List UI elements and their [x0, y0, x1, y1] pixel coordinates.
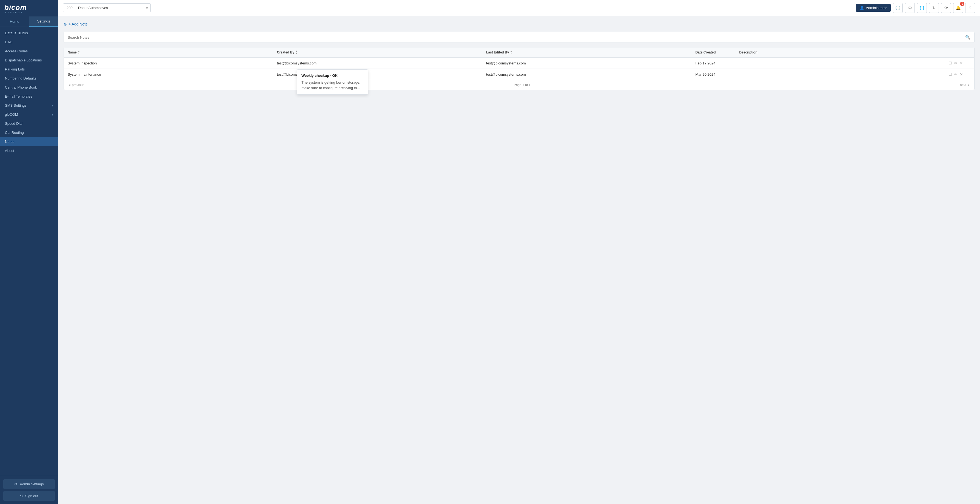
admin-settings-button[interactable]: ⚙ Admin Settings	[3, 479, 55, 489]
col-header-name[interactable]: Name ▲▼	[68, 50, 277, 54]
tenant-select[interactable]: 200 — Donut Automotives	[63, 3, 151, 12]
tooltip-body: The system is getting low on storage, ma…	[301, 80, 363, 91]
clock-button[interactable]: 🕐	[893, 3, 903, 13]
sidebar-item-about[interactable]: About	[0, 146, 58, 155]
table-row: System Inspection test@bicomsystems.com …	[64, 57, 974, 69]
sidebar-item-email-templates[interactable]: E-mail Templates	[0, 92, 58, 101]
clock-icon: 🕐	[895, 5, 900, 10]
row2-actions: ☐ ✏ ✕	[948, 72, 970, 77]
row1-name: System Inspection	[68, 61, 277, 65]
row1-last-edited: test@bicomsystems.com	[486, 61, 695, 65]
plus-icon: ⊕	[64, 22, 67, 26]
row2-name: System maintenance	[68, 72, 277, 77]
bell-icon: 🔔	[956, 5, 961, 10]
tooltip-title: Weekly checkup - OK	[301, 73, 363, 78]
col-header-description: Description	[740, 50, 949, 54]
pagination: ◄ previous Page 1 of 1 next ►	[64, 80, 974, 90]
sidebar-menu: Default Trunks UAD Access Codes Dispatch…	[0, 27, 58, 476]
globe-button[interactable]: 🌐	[917, 3, 927, 13]
sidebar: bicom SYSTEMS Home Settings Default Trun…	[0, 0, 58, 504]
row2-date-created: Mar 20 2024	[695, 72, 740, 77]
notes-table: Name ▲▼ Created By ▲▼ Last Edited By ▲▼ …	[64, 47, 975, 90]
table-header: Name ▲▼ Created By ▲▼ Last Edited By ▲▼ …	[64, 48, 974, 57]
sidebar-item-parking-lots[interactable]: Parking Lots	[0, 65, 58, 74]
sidebar-item-dispatchable-locations[interactable]: Dispatchable Locations	[0, 56, 58, 65]
sidebar-item-uad[interactable]: UAD	[0, 38, 58, 46]
sidebar-bottom: ⚙ Admin Settings ↪ Sign out	[0, 476, 58, 504]
search-input[interactable]	[68, 35, 965, 40]
row1-date-created: Feb 17 2024	[695, 61, 740, 65]
signout-icon: ↪	[20, 494, 23, 498]
help-icon: ?	[969, 5, 971, 10]
sync-icon: ⟳	[944, 5, 948, 10]
row1-delete-icon[interactable]: ✕	[960, 61, 963, 65]
row2-last-edited: test@bicomsystems.com	[486, 72, 695, 77]
sort-icon-created-by: ▲▼	[296, 50, 298, 54]
col-header-date-created: Date Created	[695, 50, 740, 54]
search-bar: 🔍	[64, 32, 975, 43]
user-badge: 👤 Administrator	[856, 4, 891, 12]
col-header-last-edited[interactable]: Last Edited By ▲▼	[486, 50, 695, 54]
notification-badge: 1	[960, 2, 964, 6]
globe-settings-icon: ⚙	[908, 5, 912, 10]
sort-icon-last-edited: ▲▼	[510, 50, 512, 54]
col-header-actions	[948, 50, 970, 54]
sidebar-item-cli-routing[interactable]: CLI Routing	[0, 128, 58, 137]
sort-icon-name: ▲▼	[78, 50, 80, 54]
sync-button[interactable]: ⟳	[941, 3, 951, 13]
topbar: 200 — Donut Automotives 👤 Administrator …	[58, 0, 980, 16]
sidebar-item-central-phone-book[interactable]: Central Phone Book	[0, 83, 58, 92]
row2-delete-icon[interactable]: ✕	[960, 72, 963, 77]
table-row: System maintenance test@bicomsystems.com…	[64, 69, 974, 80]
search-icon: 🔍	[965, 35, 970, 40]
sidebar-item-speed-dial[interactable]: Speed Dial	[0, 119, 58, 128]
sidebar-item-glocom[interactable]: gloCOM ›	[0, 110, 58, 119]
main-content: 200 — Donut Automotives 👤 Administrator …	[58, 0, 980, 504]
user-name: Administrator	[866, 6, 887, 10]
sign-out-button[interactable]: ↪ Sign out	[3, 491, 55, 501]
globe-icon: 🌐	[920, 5, 924, 10]
help-button[interactable]: ?	[965, 3, 975, 13]
row2-checkbox[interactable]: ☐	[948, 72, 952, 77]
logo-name: bicom	[5, 4, 54, 11]
user-icon: 👤	[860, 6, 864, 10]
logo-tagline: SYSTEMS	[5, 11, 54, 14]
logo: bicom SYSTEMS	[0, 0, 58, 16]
col-header-created-by[interactable]: Created By ▲▼	[277, 50, 487, 54]
sidebar-item-notes[interactable]: Notes	[0, 137, 58, 146]
globe-settings-button[interactable]: ⚙	[905, 3, 915, 13]
prev-page-link[interactable]: ◄ previous	[68, 83, 84, 87]
topbar-left: 200 — Donut Automotives	[63, 3, 151, 12]
tooltip-popup: Weekly checkup - OK The system is gettin…	[297, 69, 368, 95]
sidebar-nav-tabs: Home Settings	[0, 16, 58, 27]
refresh-button[interactable]: ↻	[929, 3, 939, 13]
bell-button[interactable]: 🔔 1	[953, 3, 963, 13]
topbar-right: 👤 Administrator 🕐 ⚙ 🌐 ↻ ⟳ 🔔 1	[856, 3, 975, 13]
row1-actions: ☐ ✏ ✕	[948, 61, 970, 65]
sidebar-item-default-trunks[interactable]: Default Trunks	[0, 29, 58, 38]
page-indicator: Page 1 of 1	[514, 83, 531, 87]
tenant-select-wrapper: 200 — Donut Automotives	[63, 3, 151, 12]
sidebar-item-access-codes[interactable]: Access Codes	[0, 46, 58, 56]
add-note-button[interactable]: ⊕ + Add Note	[64, 21, 88, 27]
next-page-link[interactable]: next ►	[960, 83, 970, 87]
row1-created-by: test@bicomsystems.com	[277, 61, 487, 65]
notes-content: ⊕ + Add Note 🔍 Name ▲▼ Created By ▲▼ Las	[58, 16, 980, 504]
row1-edit-icon[interactable]: ✏	[954, 61, 958, 65]
tab-settings[interactable]: Settings	[29, 16, 58, 27]
sidebar-item-numbering-defaults[interactable]: Numbering Defaults	[0, 74, 58, 83]
add-note-bar: ⊕ + Add Note	[64, 21, 975, 27]
chevron-right-icon: ›	[52, 104, 53, 107]
gear-icon: ⚙	[14, 482, 18, 486]
chevron-right-icon: ›	[52, 113, 53, 116]
row1-checkbox[interactable]: ☐	[948, 61, 952, 65]
tab-home[interactable]: Home	[0, 16, 29, 27]
sidebar-item-sms-settings[interactable]: SMS Settings ›	[0, 101, 58, 110]
row2-edit-icon[interactable]: ✏	[954, 72, 958, 77]
refresh-icon: ↻	[932, 5, 936, 10]
